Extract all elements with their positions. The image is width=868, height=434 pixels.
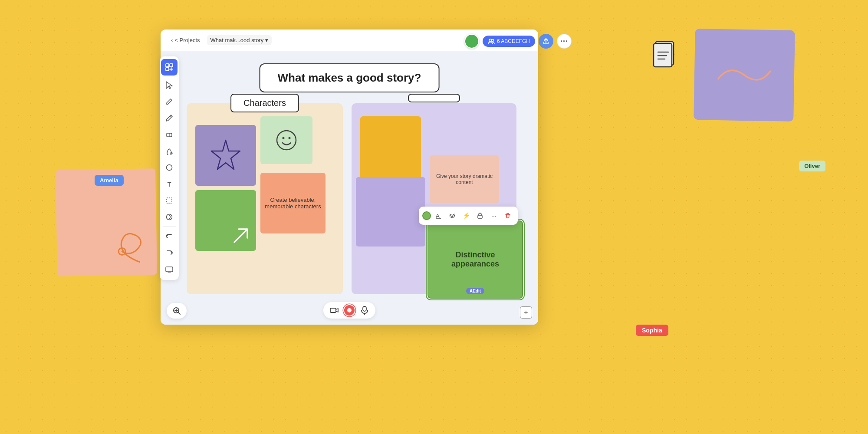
project-name-text: What mak...ood story (210, 37, 264, 43)
user-label-amelia: Amelia (95, 175, 124, 186)
timer-tool-button[interactable] (161, 209, 177, 225)
more-options-button[interactable]: ··· (487, 209, 500, 222)
svg-rect-24 (170, 64, 173, 67)
pen-icon (165, 98, 173, 105)
fill-icon (165, 147, 173, 155)
svg-point-32 (167, 165, 172, 171)
header-right-controls: 6 ABCDEFGH ··· (464, 34, 572, 49)
orange-loop-drawing (113, 227, 148, 266)
back-to-projects[interactable]: ‹ < Projects (168, 35, 204, 45)
characters-label: Characters (230, 94, 299, 112)
sticky-pink-text[interactable]: Give your story dramatic content (430, 155, 499, 203)
canvas-title: What makes a good story? (260, 63, 440, 92)
svg-line-28 (170, 116, 171, 117)
right-section: Give your story dramatic content A ⚡ ··· (352, 103, 516, 294)
svg-rect-35 (166, 267, 173, 272)
recording-controls (323, 302, 375, 319)
sticky-smiley[interactable] (260, 116, 312, 164)
svg-rect-11 (478, 215, 482, 218)
projects-link[interactable]: < Projects (174, 37, 200, 43)
share-icon (542, 38, 549, 45)
purple-decorative-note (694, 29, 795, 122)
back-arrow-icon: ‹ (171, 37, 173, 43)
canvas-actions: + (520, 306, 532, 319)
svg-point-8 (288, 137, 290, 139)
pen-tool-button[interactable] (161, 94, 177, 109)
text-format-button[interactable]: A (432, 209, 445, 222)
undo-icon (165, 233, 173, 240)
select-icon (165, 197, 173, 204)
svg-point-22 (492, 39, 494, 42)
text-tool-button[interactable]: T (161, 176, 177, 192)
redo-icon (165, 250, 173, 256)
shape-tool-button[interactable] (161, 160, 177, 175)
select-tool-button[interactable] (161, 193, 177, 208)
mic-button[interactable] (359, 305, 370, 316)
left-toolbar: T (160, 56, 179, 280)
sticky-orange-text[interactable]: Create believable, memorable characters (260, 173, 326, 233)
camera-button[interactable] (329, 305, 340, 316)
canvas-area: What makes a good story? Characters (161, 51, 538, 325)
project-title-dropdown[interactable]: What mak...ood story ▾ (207, 35, 272, 45)
eraser-tool-button[interactable] (161, 127, 177, 142)
star-drawing (206, 136, 245, 175)
svg-rect-17 (363, 306, 366, 311)
pencil-tool-button[interactable] (161, 110, 177, 126)
lock-button[interactable] (473, 209, 487, 222)
lightning-button[interactable]: ⚡ (460, 209, 473, 222)
redo-button[interactable] (161, 245, 177, 261)
chevron-down-icon: ▾ (265, 37, 268, 43)
undo-button[interactable] (161, 229, 177, 244)
more-button[interactable]: ··· (557, 34, 572, 49)
sticky-green-big[interactable] (195, 190, 256, 251)
svg-rect-25 (166, 68, 169, 71)
fill-tool-button[interactable] (161, 143, 177, 159)
user-label-sophia: Sophia (636, 325, 668, 336)
right-section-label (408, 94, 460, 102)
zoom-button[interactable] (171, 305, 182, 316)
purple-note-curve (713, 62, 775, 89)
sticky-selected-green[interactable]: Distinctive appearances AEdit (427, 220, 523, 299)
user-avatar (464, 34, 479, 49)
svg-rect-33 (167, 198, 172, 203)
shape-icon (165, 164, 173, 171)
sticky-purple-right[interactable] (356, 177, 425, 247)
delete-button[interactable] (501, 209, 514, 222)
add-button[interactable]: + (520, 306, 532, 319)
screen-icon (165, 266, 173, 273)
svg-point-7 (282, 137, 284, 139)
arrow-icon (230, 225, 252, 247)
record-button[interactable] (343, 304, 355, 316)
eraser-icon (165, 131, 173, 138)
team-badge[interactable]: 6 ABCDEFGH (483, 36, 535, 47)
timer-icon (165, 213, 173, 221)
screen-tool-button[interactable] (161, 262, 177, 277)
cursor-icon (165, 81, 173, 89)
aedit-badge: AEdit (466, 288, 484, 294)
layers-button[interactable] (446, 209, 459, 222)
svg-rect-23 (166, 64, 169, 67)
team-icon (488, 39, 495, 44)
color-picker-dot[interactable] (422, 211, 431, 220)
floating-toolbar: A ⚡ ··· (419, 207, 518, 225)
share-button[interactable] (539, 34, 553, 49)
svg-point-6 (277, 131, 296, 150)
frames-icon (165, 63, 174, 72)
notes-illustration (653, 40, 677, 68)
sticky-yellow-right[interactable] (360, 116, 421, 186)
sticky-purple-star[interactable] (195, 125, 256, 186)
zoom-controls (167, 303, 187, 319)
svg-text:A: A (436, 213, 440, 219)
pencil-icon (165, 114, 173, 122)
main-window: ‹ < Projects What mak...ood story ▾ What… (161, 30, 538, 325)
svg-line-13 (178, 312, 181, 315)
user-label-oliver: Oliver (799, 161, 825, 171)
cursor-tool-button[interactable] (161, 77, 177, 93)
smiley-drawing (275, 128, 299, 152)
frames-tool-button[interactable] (161, 59, 178, 76)
svg-rect-16 (330, 308, 336, 312)
characters-section: Characters Create believable, memor (187, 103, 343, 294)
svg-point-34 (167, 214, 172, 220)
